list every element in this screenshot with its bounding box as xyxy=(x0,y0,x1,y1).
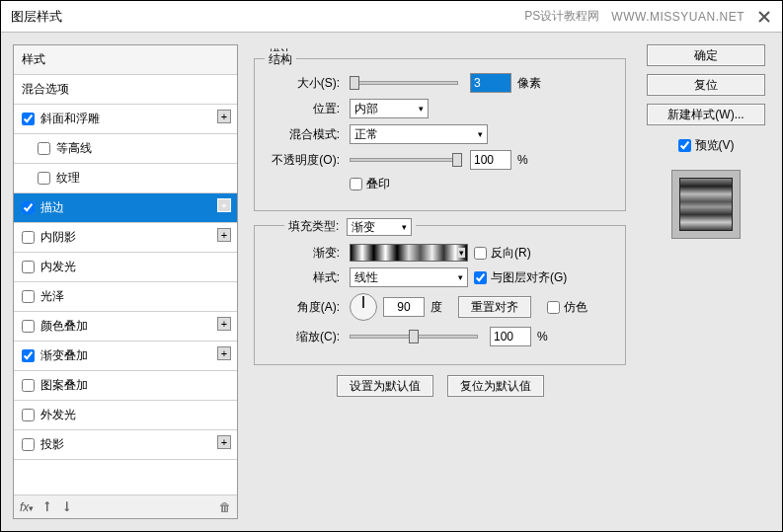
sidebar-blend-options[interactable]: 混合选项 xyxy=(14,75,237,105)
position-select[interactable]: 内部▾ xyxy=(350,99,429,118)
size-label: 大小(S): xyxy=(265,75,344,92)
sidebar-item-label: 投影 xyxy=(40,436,64,453)
sidebar-item-checkbox[interactable] xyxy=(22,113,35,125)
sidebar-item-checkbox[interactable] xyxy=(38,172,50,185)
opacity-input[interactable] xyxy=(470,150,511,170)
add-effect-icon[interactable]: + xyxy=(217,198,231,212)
sidebar-item-label: 内阴影 xyxy=(40,229,76,246)
opacity-unit: % xyxy=(517,153,528,167)
sidebar-item-5[interactable]: 内发光 xyxy=(14,253,237,282)
settings-panel: 描边 结构 大小(S): 像素 位置: 内部▾ 混合模式: xyxy=(248,44,632,519)
dither-checkbox[interactable]: 仿色 xyxy=(547,299,587,316)
styles-header[interactable]: 样式 xyxy=(14,45,237,75)
scale-label: 缩放(C): xyxy=(265,329,344,345)
filltype-label-grp: 填充类型: 渐变▾ xyxy=(284,218,416,236)
blend-mode-select[interactable]: 正常▾ xyxy=(350,124,488,144)
size-slider[interactable] xyxy=(350,81,458,85)
size-unit: 像素 xyxy=(517,75,541,92)
reset-align-button[interactable]: 重置对齐 xyxy=(458,296,531,318)
add-effect-icon[interactable]: + xyxy=(217,317,231,331)
add-effect-icon[interactable]: + xyxy=(217,228,231,242)
add-effect-icon[interactable]: + xyxy=(217,435,231,449)
fx-label[interactable]: fx▾ xyxy=(20,500,34,514)
sidebar-footer: fx▾ 🠕 🠗 🗑 xyxy=(14,494,237,518)
gradient-picker[interactable]: ▾ xyxy=(350,244,468,262)
blend-label: 混合模式: xyxy=(265,126,344,143)
add-effect-icon[interactable]: + xyxy=(217,346,231,360)
set-default-button[interactable]: 设置为默认值 xyxy=(337,375,433,397)
sidebar-item-2[interactable]: 纹理 xyxy=(14,164,237,193)
sidebar-item-checkbox[interactable] xyxy=(22,320,35,333)
reverse-checkbox[interactable]: 反向(R) xyxy=(474,245,531,262)
styles-sidebar: 样式 混合选项 斜面和浮雕+等高线纹理描边+内阴影+内发光光泽颜色叠加+渐变叠加… xyxy=(13,44,238,519)
watermark-site: PS设计教程网 xyxy=(524,8,599,25)
sidebar-item-4[interactable]: 内阴影+ xyxy=(14,223,237,253)
sidebar-item-checkbox[interactable] xyxy=(22,379,35,392)
position-label: 位置: xyxy=(265,101,344,117)
sidebar-item-checkbox[interactable] xyxy=(22,438,35,451)
structure-title: 结构 xyxy=(265,51,296,68)
sidebar-item-11[interactable]: 投影+ xyxy=(14,430,237,460)
scale-input[interactable] xyxy=(490,327,531,346)
ok-button[interactable]: 确定 xyxy=(647,44,765,66)
angle-label: 角度(A): xyxy=(265,299,344,316)
scale-unit: % xyxy=(537,330,548,343)
opacity-label: 不透明度(O): xyxy=(265,152,344,169)
sidebar-item-10[interactable]: 外发光 xyxy=(14,401,237,430)
sidebar-item-6[interactable]: 光泽 xyxy=(14,282,237,312)
sidebar-item-8[interactable]: 渐变叠加+ xyxy=(14,342,237,371)
sidebar-item-7[interactable]: 颜色叠加+ xyxy=(14,312,237,342)
scale-slider[interactable] xyxy=(350,335,478,339)
sidebar-item-0[interactable]: 斜面和浮雕+ xyxy=(14,105,237,134)
arrow-up-icon[interactable]: 🠕 xyxy=(41,500,53,514)
sidebar-item-label: 颜色叠加 xyxy=(40,318,88,335)
sidebar-item-checkbox[interactable] xyxy=(22,231,35,244)
preview-checkbox[interactable]: 预览(V) xyxy=(678,137,735,154)
preview-thumbnail xyxy=(671,170,741,239)
add-effect-icon[interactable]: + xyxy=(217,110,231,123)
action-panel: 确定 复位 新建样式(W)... 预览(V) xyxy=(642,44,770,519)
arrow-down-icon[interactable]: 🠗 xyxy=(61,500,73,514)
reset-default-button[interactable]: 复位为默认值 xyxy=(447,375,544,397)
size-input[interactable] xyxy=(470,73,511,93)
sidebar-item-label: 渐变叠加 xyxy=(40,347,88,364)
sidebar-item-checkbox[interactable] xyxy=(22,261,35,273)
sidebar-item-label: 外发光 xyxy=(40,407,76,423)
trash-icon[interactable]: 🗑 xyxy=(219,500,231,514)
sidebar-item-label: 斜面和浮雕 xyxy=(40,111,100,127)
sidebar-item-9[interactable]: 图案叠加 xyxy=(14,371,237,401)
angle-unit: 度 xyxy=(431,299,442,316)
sidebar-item-label: 纹理 xyxy=(56,170,80,187)
sidebar-item-label: 光泽 xyxy=(40,288,64,305)
gradient-style-select[interactable]: 线性▾ xyxy=(350,267,468,287)
sidebar-item-checkbox[interactable] xyxy=(22,290,35,303)
close-icon[interactable] xyxy=(756,9,772,25)
sidebar-item-label: 描边 xyxy=(40,199,64,216)
new-style-button[interactable]: 新建样式(W)... xyxy=(647,104,765,125)
watermark-url: WWW.MISSYUAN.NET xyxy=(611,10,744,24)
filltype-select[interactable]: 渐变▾ xyxy=(347,218,412,236)
style-list: 样式 混合选项 斜面和浮雕+等高线纹理描边+内阴影+内发光光泽颜色叠加+渐变叠加… xyxy=(14,45,237,494)
opacity-slider[interactable] xyxy=(350,158,458,162)
angle-input[interactable] xyxy=(383,297,425,317)
dialog-title: 图层样式 xyxy=(11,8,62,26)
sidebar-item-label: 内发光 xyxy=(40,259,76,275)
sidebar-item-checkbox[interactable] xyxy=(38,142,50,155)
sidebar-item-label: 等高线 xyxy=(56,140,92,157)
sidebar-item-checkbox[interactable] xyxy=(22,201,35,214)
angle-dial[interactable] xyxy=(350,293,377,321)
style-label: 样式: xyxy=(265,269,344,286)
gradient-label: 渐变: xyxy=(265,245,344,262)
cancel-button[interactable]: 复位 xyxy=(647,74,765,96)
sidebar-item-1[interactable]: 等高线 xyxy=(14,134,237,164)
sidebar-item-checkbox[interactable] xyxy=(22,409,35,421)
align-checkbox[interactable]: 与图层对齐(G) xyxy=(474,269,567,286)
sidebar-item-3[interactable]: 描边+ xyxy=(14,193,237,223)
sidebar-item-checkbox[interactable] xyxy=(22,349,35,362)
overprint-checkbox[interactable]: 叠印 xyxy=(350,176,390,192)
sidebar-item-label: 图案叠加 xyxy=(40,377,88,394)
